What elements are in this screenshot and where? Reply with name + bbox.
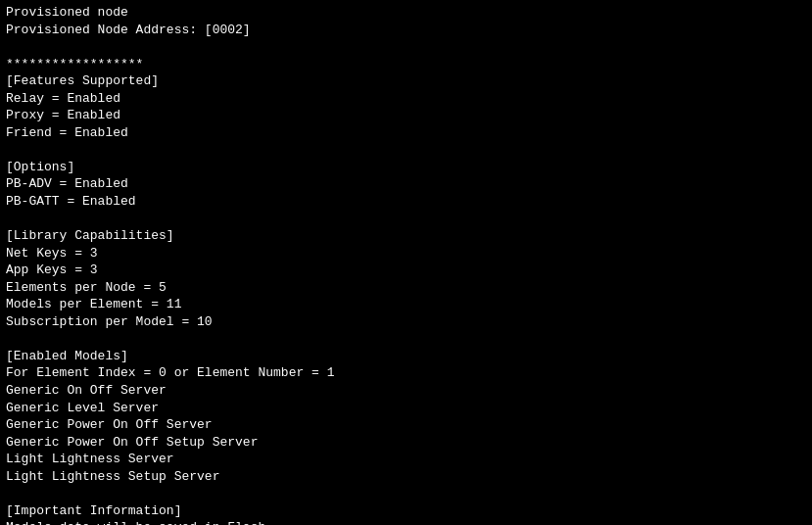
- terminal-line: Subscription per Model = 10: [6, 313, 806, 331]
- terminal-line: [Options]: [6, 159, 806, 176]
- terminal-line: [6, 38, 806, 56]
- terminal-line: Generic On Off Server: [6, 382, 806, 400]
- terminal-line: Provisioned node: [6, 4, 806, 22]
- terminal-line: Provisioned Node Address: [0002]: [6, 22, 806, 39]
- terminal-line: [6, 330, 806, 348]
- terminal-line: [Enabled Models]: [6, 348, 806, 365]
- terminal-line: [6, 141, 806, 159]
- terminal-line: Net Keys = 3: [6, 245, 806, 262]
- terminal-output: Provisioned nodeProvisioned Node Address…: [0, 0, 812, 525]
- terminal-line: [6, 485, 806, 502]
- terminal-line: [6, 211, 806, 228]
- terminal-line: Models per Element = 11: [6, 296, 806, 313]
- terminal-line: Elements per Node = 5: [6, 279, 806, 297]
- terminal-line: App Keys = 3: [6, 262, 806, 279]
- terminal-line: [Library Capabilities]: [6, 227, 806, 245]
- terminal-line: Generic Power On Off Server: [6, 416, 806, 434]
- terminal-line: Generic Power On Off Setup Server: [6, 434, 806, 452]
- terminal-line: ******************: [6, 56, 806, 73]
- terminal-line: Light Lightness Server: [6, 451, 806, 468]
- terminal-line: Generic Level Server: [6, 400, 806, 417]
- terminal-line: Relay = Enabled: [6, 90, 806, 108]
- terminal-line: Proxy = Enabled: [6, 107, 806, 124]
- terminal-line: For Element Index = 0 or Element Number …: [6, 364, 806, 382]
- terminal-line: [Important Information]: [6, 502, 806, 520]
- terminal-line: PB-ADV = Enabled: [6, 175, 806, 193]
- terminal-line: PB-GATT = Enabled: [6, 193, 806, 211]
- terminal-line: Light Lightness Setup Server: [6, 468, 806, 486]
- terminal-line: Models data will be saved in Flash: [6, 519, 806, 525]
- terminal-line: [Features Supported]: [6, 72, 806, 90]
- terminal-line: Friend = Enabled: [6, 124, 806, 142]
